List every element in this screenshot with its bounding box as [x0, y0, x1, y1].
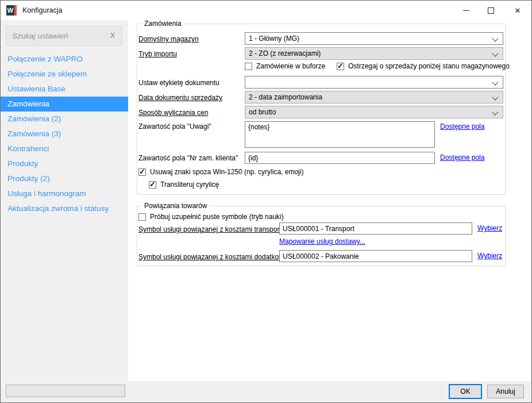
import-mode-value: 2 - ZO (z rezerwacjami)	[249, 49, 321, 57]
sales-doc-date-combobox[interactable]: 2 - data zaimportowania	[245, 91, 503, 103]
transport-service-label[interactable]: Symbol usługi powiązanej z kosztami tran…	[138, 225, 285, 233]
close-button[interactable]: ✕	[504, 1, 531, 20]
transliterate-cyrillic-checkbox[interactable]: Transliteruj cyrylicę	[149, 181, 219, 189]
checkbox-icon[interactable]	[138, 213, 146, 221]
notes-field-label: Zawartość pola "Uwagi"	[138, 122, 211, 131]
cancel-button[interactable]: Anuluj	[487, 385, 524, 398]
client-order-field-label: Zawartość pola "Nr zam. klienta"	[138, 154, 238, 162]
transliterate-cyrillic-label: Transliteruj cyrylicę	[160, 181, 219, 189]
client-order-field-input[interactable]	[245, 152, 435, 164]
checkbox-icon[interactable]	[149, 181, 156, 189]
minimize-button[interactable]	[453, 1, 479, 20]
window-title: Konfiguracja	[22, 1, 63, 20]
ok-button[interactable]: OK	[449, 384, 482, 399]
transport-service-choose-link[interactable]: Wybierz	[477, 224, 502, 232]
default-warehouse-combobox[interactable]: 1 - Główny (MG)	[245, 32, 503, 45]
order-in-buffer-label: Zamówienie w buforze	[256, 62, 325, 70]
sidebar-item-zamowienia[interactable]: Zamówienia	[1, 97, 128, 112]
additional-service-label[interactable]: Symbol usługi powiązanej z kosztami doda…	[138, 253, 294, 261]
settings-sidebar: Szukaj ustawień X Połączenie z WAPRO Poł…	[1, 20, 128, 402]
orders-group-legend: Zamówienia	[142, 20, 184, 28]
sidebar-nav: Połączenie z WAPRO Połączenie ze sklepem…	[1, 52, 128, 216]
search-clear-icon[interactable]: X	[110, 26, 115, 45]
sidebar-item-produkty[interactable]: Produkty	[1, 156, 128, 171]
additional-service-input[interactable]	[279, 250, 472, 262]
remove-non-win1250-label: Usuwaj znaki spoza Win-1250 (np. cyrylic…	[150, 168, 303, 176]
chevron-down-icon	[492, 35, 498, 41]
sales-doc-date-label[interactable]: Data dokumentu sprzedaży	[138, 94, 222, 102]
close-icon: ✕	[515, 7, 521, 14]
sidebar-item-produkty-2[interactable]: Produkty (2)	[1, 171, 128, 186]
configuration-window: W Konfiguracja ✕ Szukaj ustawień X Połąc…	[0, 0, 532, 403]
sidebar-item-usluga-i-harmonogram[interactable]: Usługa i harmonogram	[1, 186, 128, 201]
default-warehouse-value: 1 - Główny (MG)	[249, 34, 299, 43]
sidebar-item-ustawienia-base[interactable]: Ustawienia Base	[1, 82, 128, 97]
default-warehouse-label[interactable]: Domyślny magazyn	[138, 35, 199, 43]
chevron-down-icon	[492, 50, 498, 56]
price-method-combobox[interactable]: od brutto	[245, 106, 503, 118]
notes-field-textarea[interactable]: {notes}	[245, 121, 435, 148]
price-method-value: od brutto	[249, 108, 276, 116]
fill-symbols-label: Próbuj uzupełnić puste symbole (tryb nau…	[150, 213, 284, 221]
wapro-logo-icon: W	[6, 5, 17, 16]
maximize-button[interactable]	[477, 1, 504, 20]
title-bar: W Konfiguracja ✕	[1, 1, 531, 20]
wapro-logo-stripe	[14, 5, 17, 16]
sales-doc-date-value: 2 - data zaimportowania	[249, 93, 322, 101]
sidebar-item-polaczenie-z-wapro[interactable]: Połączenie z WAPRO	[1, 52, 128, 67]
checkbox-icon[interactable]	[245, 63, 252, 70]
product-links-group-legend: Powiązania towarów	[142, 202, 209, 210]
warn-below-stock-checkbox[interactable]: Ostrzegaj o sprzedaży poniżej stanu maga…	[337, 62, 510, 70]
order-in-buffer-checkbox[interactable]: Zamówienie w buforze	[245, 62, 325, 70]
import-mode-combobox[interactable]: 2 - ZO (z rezerwacjami)	[245, 47, 503, 60]
price-method-label[interactable]: Sposób wyliczania cen	[138, 109, 208, 117]
warn-below-stock-label: Ostrzegaj o sprzedaży poniżej stanu maga…	[348, 62, 510, 70]
chevron-down-icon	[492, 79, 498, 85]
import-mode-label[interactable]: Tryb importu	[138, 50, 177, 58]
sidebar-item-zamowienia-3[interactable]: Zamówienia (3)	[1, 126, 128, 141]
transport-service-input[interactable]	[279, 222, 472, 235]
document-label-combobox[interactable]	[245, 76, 503, 89]
checkbox-icon[interactable]	[337, 63, 344, 70]
remove-non-win1250-checkbox[interactable]: Usuwaj znaki spoza Win-1250 (np. cyrylic…	[138, 168, 303, 176]
search-input[interactable]: Szukaj ustawień X	[6, 26, 122, 46]
additional-service-choose-link[interactable]: Wybierz	[477, 252, 502, 260]
sidebar-item-aktualizacja-zwrotna[interactable]: Aktualizacja zwrotna i statusy	[1, 201, 128, 216]
maximize-icon	[488, 7, 494, 14]
wapro-logo-letter: W	[6, 5, 14, 16]
minimize-icon	[463, 10, 469, 11]
chevron-down-icon	[492, 94, 498, 100]
sidebar-item-polaczenie-ze-sklepem[interactable]: Połączenie ze sklepem	[1, 67, 128, 82]
sidebar-item-kontrahenci[interactable]: Kontrahenci	[1, 141, 128, 156]
chevron-down-icon	[492, 109, 498, 115]
fill-symbols-checkbox[interactable]: Próbuj uzupełnić puste symbole (tryb nau…	[138, 213, 284, 221]
client-order-available-fields-link[interactable]: Dostępne pola	[440, 153, 484, 162]
checkbox-icon[interactable]	[138, 168, 146, 176]
delivery-mapping-link[interactable]: Mapowanie usług dostawy...	[279, 237, 365, 245]
sidebar-item-zamowienia-2[interactable]: Zamówienia (2)	[1, 112, 128, 126]
notes-available-fields-link[interactable]: Dostępne pola	[440, 122, 484, 131]
search-placeholder: Szukaj ustawień	[12, 26, 68, 45]
progress-bar	[6, 385, 125, 397]
document-label-label: Ustaw etykietę dokumentu	[138, 79, 219, 87]
